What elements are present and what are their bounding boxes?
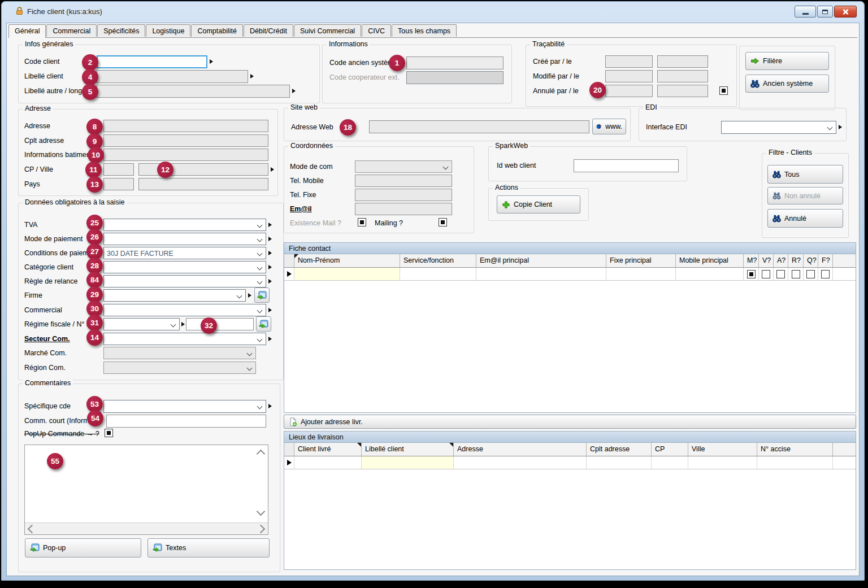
client-livre-cell[interactable] [294,456,362,469]
v-checkbox[interactable] [762,270,770,278]
cp-input[interactable] [103,163,134,176]
field-arrow-icon[interactable] [210,59,213,64]
id-web-client-input[interactable] [574,159,679,172]
field-arrow-icon[interactable] [268,251,272,255]
q-cell[interactable] [804,268,818,280]
field-arrow-icon[interactable] [268,404,272,408]
secteur-com-select[interactable] [103,333,266,345]
r-cell[interactable] [788,268,804,280]
cp-cell[interactable] [652,456,688,469]
column-header[interactable]: Libellé client [362,443,454,456]
field-arrow-icon[interactable] [271,167,274,172]
column-header[interactable]: F? [818,254,833,267]
column-header[interactable]: CP [652,443,688,456]
libelle-autre-input[interactable] [97,85,290,98]
adresse-cell[interactable] [454,456,587,469]
tab-comptabilite[interactable]: Comptabilité [191,24,242,37]
column-header[interactable]: Adresse [454,443,587,456]
existence-mail-checkbox[interactable] [358,218,366,227]
q-checkbox[interactable] [806,270,815,278]
field-arrow-icon[interactable] [292,89,296,93]
service-fonction-cell[interactable] [400,268,476,280]
f-checkbox[interactable] [821,270,830,278]
adresse-web-input[interactable] [369,120,589,133]
tab-civc[interactable]: CIVC [362,24,391,37]
regime-fiscale-select[interactable] [103,318,180,330]
column-header[interactable]: M? [744,254,759,267]
libelle-client-input[interactable] [97,70,248,83]
field-arrow-icon[interactable] [248,293,251,298]
column-header[interactable]: Em@il principal [476,254,606,267]
close-button[interactable] [834,6,857,18]
popup-button[interactable]: Pop-up [25,538,141,557]
filtre-non-annule-button[interactable]: Non annulé [767,187,843,204]
pays-input[interactable] [138,178,268,190]
copie-client-button[interactable]: Copie Client [497,195,580,214]
column-header[interactable]: A? [774,254,788,267]
popup-commande-checkbox[interactable] [105,429,113,437]
m-checkbox[interactable] [747,270,756,278]
interface-edi-select[interactable] [721,121,836,134]
tel-mobile-input[interactable] [355,175,452,187]
tel-fixe-input[interactable] [355,189,452,201]
tab-general[interactable]: Général [8,24,46,38]
conditions-paiement-select[interactable]: 30J DATE FACTURE [103,247,266,259]
ancien-systeme-button[interactable]: Ancien système [745,75,829,93]
cplt-adresse-cell[interactable] [587,456,652,469]
ville-cell[interactable] [688,456,757,469]
commercial-select[interactable] [103,304,266,316]
column-header[interactable]: V? [759,254,774,267]
a-checkbox[interactable] [776,270,785,278]
comm-court-input[interactable] [106,415,266,428]
field-arrow-icon[interactable] [268,279,272,284]
filiere-button[interactable]: Filière [745,52,829,70]
textes-button[interactable]: Textes [147,538,270,557]
annule-checkbox[interactable] [719,86,728,95]
code-client-input[interactable] [97,55,207,68]
firme-open-button[interactable] [254,288,270,303]
tva-select[interactable] [103,219,266,231]
cplt-adresse-input[interactable] [103,134,268,147]
column-header[interactable]: Nom-Prénom [294,254,400,267]
filtre-tous-button[interactable]: Tous [767,165,843,184]
r-checkbox[interactable] [792,270,800,278]
email-label[interactable]: Em@il [290,205,312,213]
scroll-right-icon[interactable] [257,525,266,534]
www-button[interactable]: www. [592,119,626,134]
mode-paiement-select[interactable] [103,233,266,245]
title-bar[interactable]: Fiche client (kus:a:kus) [1,1,865,23]
maximize-button[interactable] [817,6,833,18]
informations-batiment-input[interactable] [103,149,268,161]
column-header[interactable]: Q? [804,254,818,267]
regime-open-button[interactable] [256,316,271,332]
firme-select[interactable] [103,289,246,302]
secteur-com-label[interactable]: Secteur Com. [24,335,70,343]
tab-tous-les-champs[interactable]: Tous les champs [392,24,457,37]
row-selector-cell[interactable] [284,268,294,280]
tab-suivi-commercial[interactable]: Suivi Commercial [294,24,361,37]
lieux-livraison-row[interactable] [284,456,856,469]
field-arrow-icon[interactable] [839,125,842,129]
column-header[interactable]: Client livré [294,443,362,456]
fixe-principal-cell[interactable] [606,268,676,280]
column-header[interactable]: Ville [688,443,757,456]
email-principal-cell[interactable] [476,268,606,280]
tab-specificites[interactable]: Spécificités [97,24,145,37]
field-arrow-icon[interactable] [268,337,272,341]
nom-prenom-cell[interactable] [294,268,400,280]
scroll-left-icon[interactable] [28,525,37,534]
row-selector-cell[interactable] [284,456,294,469]
minimize-button[interactable] [795,6,816,18]
email-input[interactable] [355,203,452,215]
accise-cell[interactable] [757,456,833,469]
mode-de-com-select[interactable] [355,160,452,173]
fiche-contact-row[interactable] [284,268,856,281]
column-header[interactable]: Mobile principal [676,254,744,267]
column-header[interactable]: Fixe principal [606,254,676,267]
mobile-principal-cell[interactable] [676,268,744,280]
field-arrow-icon[interactable] [268,308,272,312]
scroll-down-icon[interactable] [257,507,266,516]
specifique-cde-select[interactable] [103,400,266,413]
pays-code-input[interactable] [103,178,134,190]
field-arrow-icon[interactable] [268,223,272,227]
